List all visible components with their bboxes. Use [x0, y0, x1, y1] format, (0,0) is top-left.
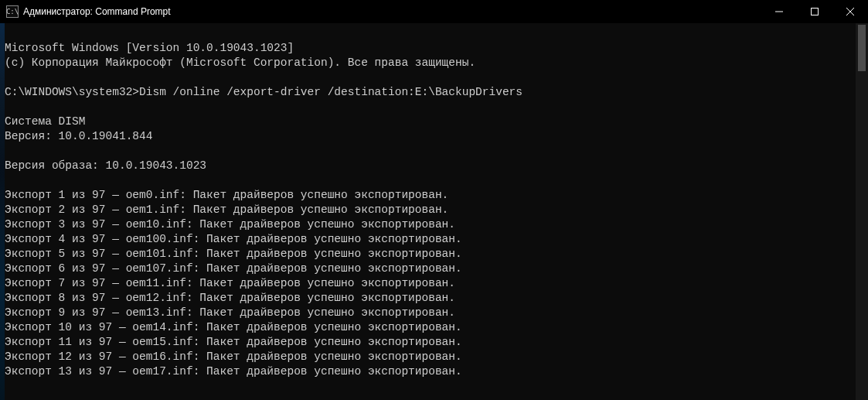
export-line: Экспорт 5 из 97 — oem101.inf: Пакет драй…: [5, 248, 462, 260]
export-line: Экспорт 3 из 97 — oem10.inf: Пакет драйв…: [5, 218, 455, 231]
export-line: Экспорт 10 из 97 — oem14.inf: Пакет драй…: [5, 321, 462, 333]
cmd-icon: C:\: [6, 5, 19, 18]
dism-version-line: Версия: 10.0.19041.844: [5, 130, 152, 142]
export-line: Экспорт 12 из 97 — oem16.inf: Пакет драй…: [5, 350, 462, 363]
export-line: Экспорт 13 из 97 — oem17.inf: Пакет драй…: [5, 365, 462, 378]
console-prompt: C:\WINDOWS\system32>: [5, 86, 139, 98]
window-titlebar[interactable]: C:\ Администратор: Command Prompt: [0, 0, 868, 23]
export-line: Экспорт 6 из 97 — oem107.inf: Пакет драй…: [5, 262, 462, 275]
export-line: Экспорт 8 из 97 — oem12.inf: Пакет драйв…: [5, 292, 455, 304]
export-line: Экспорт 9 из 97 — oem13.inf: Пакет драйв…: [5, 306, 455, 319]
export-line: Экспорт 11 из 97 — oem15.inf: Пакет драй…: [5, 336, 462, 348]
export-line: Экспорт 2 из 97 — oem1.inf: Пакет драйве…: [5, 203, 448, 216]
export-line: Экспорт 4 из 97 — oem100.inf: Пакет драй…: [5, 233, 462, 245]
window-title: Администратор: Command Prompt: [23, 6, 761, 17]
svg-rect-1: [812, 9, 819, 15]
export-line: Экспорт 7 из 97 — oem11.inf: Пакет драйв…: [5, 277, 455, 289]
export-line: Экспорт 1 из 97 — oem0.inf: Пакет драйве…: [5, 189, 448, 201]
vertical-scrollbar[interactable]: [856, 23, 868, 400]
minimize-button[interactable]: [761, 0, 797, 23]
console-header-2: (c) Корпорация Майкрософт (Microsoft Cor…: [5, 56, 475, 69]
console-output[interactable]: Microsoft Windows [Version 10.0.19043.10…: [0, 23, 868, 400]
maximize-button[interactable]: [797, 0, 832, 23]
image-version-line: Версия образа: 10.0.19043.1023: [5, 159, 206, 172]
dism-system-line: Система DISM: [5, 115, 85, 128]
scrollbar-thumb[interactable]: [858, 25, 866, 71]
console-header-1: Microsoft Windows [Version 10.0.19043.10…: [5, 42, 294, 54]
console-command: Dism /online /export-driver /destination…: [139, 86, 523, 98]
close-button[interactable]: [832, 0, 868, 23]
window-controls: [761, 0, 868, 23]
